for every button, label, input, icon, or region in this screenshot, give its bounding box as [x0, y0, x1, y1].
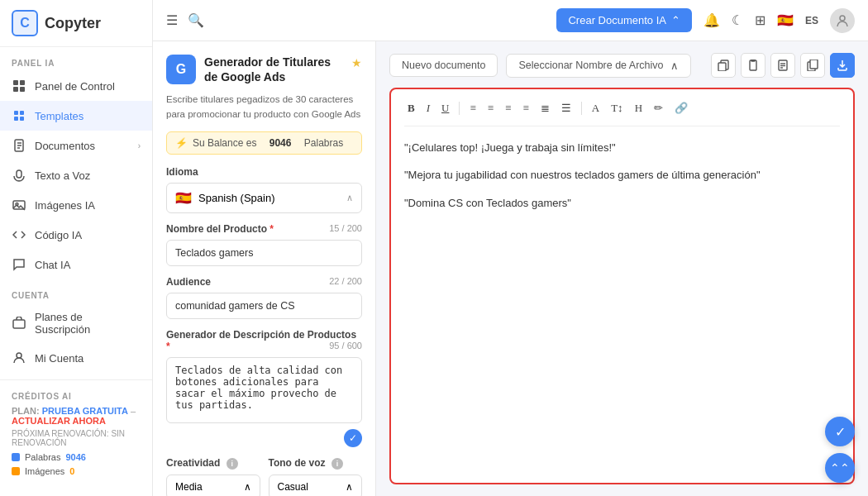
sidebar-item-templates[interactable]: Templates	[0, 101, 152, 131]
creatividad-select[interactable]: Media ∧	[166, 475, 260, 496]
audience-input[interactable]	[166, 293, 362, 319]
font-color-button[interactable]: A	[589, 99, 603, 117]
palabras-dot	[12, 453, 20, 461]
check-circle-icon[interactable]: ✓	[344, 429, 362, 447]
underline-button[interactable]: U	[438, 99, 452, 117]
audience-group: Audience 22 / 200	[166, 276, 362, 319]
main: ☰ 🔍 Crear Documento IA ⌃ 🔔 ☾ ⊞ 🇪🇸 ES G	[153, 0, 868, 496]
nuevo-documento-tab[interactable]: Nuevo documento	[389, 54, 498, 77]
imagenes-value: 0	[69, 466, 74, 476]
check-row: ✓	[166, 429, 362, 447]
plan-upgrade[interactable]: ACTUALIZAR AHORA	[12, 416, 106, 426]
bullet-list-button[interactable]: ☰	[558, 99, 575, 117]
sidebar-item-templates-label: Templates	[35, 110, 83, 122]
fmt-sep-2	[581, 102, 582, 115]
numbered-list-button[interactable]: ≣	[537, 99, 553, 117]
export-icon-btn[interactable]	[830, 53, 855, 78]
chat-icon	[12, 257, 26, 272]
bolt-icon: ⚡	[175, 137, 188, 149]
tono-select[interactable]: Casual ∧	[269, 475, 363, 496]
svg-rect-16	[13, 320, 25, 328]
fab-check-button[interactable]: ✓	[825, 417, 855, 446]
topbar-left: ☰ 🔍	[166, 12, 204, 28]
hamburger-icon[interactable]: ☰	[166, 12, 178, 28]
sidebar-item-documentos-label: Documentos	[35, 140, 95, 152]
sidebar-item-codigo-ia-label: Código IA	[35, 229, 82, 241]
tono-label: Tono de voz i	[269, 457, 363, 470]
right-panel: Nuevo documento Seleccionar Nombre de Ar…	[376, 41, 868, 496]
align-left-button[interactable]: ≡	[466, 99, 479, 117]
balance-bar: ⚡ Su Balance es 9046 Palabras	[166, 131, 362, 155]
sidebar-item-texto-voz[interactable]: Texto a Voz	[0, 160, 152, 190]
topbar-right: Crear Documento IA ⌃ 🔔 ☾ ⊞ 🇪🇸 ES	[556, 8, 855, 33]
descripcion-textarea[interactable]: Teclados de alta calidad con botones adi…	[166, 357, 362, 423]
sidebar-item-panel-control-label: Panel de Control	[35, 80, 115, 93]
idioma-label: Idioma	[166, 166, 362, 178]
moon-icon[interactable]: ☾	[732, 12, 743, 28]
topbar: ☰ 🔍 Crear Documento IA ⌃ 🔔 ☾ ⊞ 🇪🇸 ES	[153, 0, 868, 41]
idioma-group: Idioma 🇪🇸 Spanish (Spain) ∧	[166, 166, 362, 213]
bell-icon[interactable]: 🔔	[703, 12, 720, 28]
logo-box: C	[12, 10, 38, 36]
italic-button[interactable]: I	[423, 99, 433, 117]
paste-icon-btn[interactable]	[741, 53, 765, 78]
grid-topbar-icon[interactable]: ⊞	[755, 12, 765, 28]
heading-button[interactable]: H	[632, 99, 646, 117]
create-doc-label: Crear Documento IA	[568, 14, 666, 26]
editor-content: "¡Celulares top! ¡Juega y trabaja sin lí…	[404, 138, 840, 212]
plan-free: PRUEBA GRATUITA	[42, 406, 128, 416]
pen-button[interactable]: ✏	[651, 99, 666, 117]
create-doc-button[interactable]: Crear Documento IA ⌃	[556, 8, 692, 32]
svg-rect-21	[751, 60, 755, 61]
sidebar-item-chat-ia[interactable]: Chat IA	[0, 250, 152, 279]
sidebar-item-planes-label: Planes de Suscripción	[35, 311, 141, 336]
image-icon	[12, 198, 26, 212]
creatividad-tono-row: Creatividad i Media ∧ Tono de voz i Casu…	[166, 457, 362, 496]
audience-label: Audience 22 / 200	[166, 276, 362, 288]
editor-box[interactable]: B I U ≡ ≡ ≡ ≡ ≣ ☰ A T↕ H ✏ 🔗	[389, 88, 855, 484]
select-archivo-button[interactable]: Seleccionar Nombre de Archivo ∧	[506, 54, 690, 78]
svg-rect-19	[718, 63, 726, 71]
pages-icon-btn[interactable]	[800, 53, 825, 78]
align-justify-button[interactable]: ≡	[519, 99, 532, 117]
svg-rect-3	[20, 87, 25, 92]
link-button[interactable]: 🔗	[671, 99, 691, 117]
caret-up-icon: ⌃	[671, 14, 680, 26]
bold-button[interactable]: B	[404, 99, 418, 117]
generator-desc: Escribe titulares pegadizos de 30 caract…	[166, 93, 362, 122]
sidebar-item-imagenes-ia[interactable]: Imágenes IA	[0, 190, 152, 220]
doc-icon-btn[interactable]	[770, 53, 795, 78]
plan-sep: –	[131, 406, 136, 416]
producto-input[interactable]	[166, 240, 362, 266]
creatividad-label: Creatividad i	[166, 457, 260, 470]
svg-rect-20	[750, 60, 756, 70]
grid-icon	[12, 79, 26, 93]
logo-letter: C	[20, 16, 30, 31]
avatar[interactable]	[830, 8, 855, 33]
sidebar-item-mi-cuenta[interactable]: Mi Cuenta	[0, 343, 152, 373]
descripcion-group: Generador de Descripción de Productos * …	[166, 329, 362, 447]
select-archivo-label: Seleccionar Nombre de Archivo	[518, 60, 663, 71]
search-icon[interactable]: 🔍	[188, 12, 204, 28]
font-size-button[interactable]: T↕	[608, 99, 626, 117]
idioma-select[interactable]: 🇪🇸 Spanish (Spain) ∧	[166, 183, 362, 213]
sidebar-header: C Copyter	[0, 0, 152, 47]
tono-info-icon[interactable]: i	[331, 458, 343, 470]
star-icon[interactable]: ★	[351, 56, 362, 69]
creatividad-group: Creatividad i Media ∧	[166, 457, 260, 496]
creatividad-info-icon[interactable]: i	[227, 458, 238, 470]
sidebar-item-codigo-ia[interactable]: Código IA	[0, 220, 152, 250]
editor-topbar: Nuevo documento Seleccionar Nombre de Ar…	[389, 53, 855, 78]
audio-icon	[12, 168, 26, 183]
svg-rect-27	[810, 60, 818, 69]
copy-icon-btn[interactable]	[711, 53, 736, 78]
fab-up-button[interactable]: ⌃⌃	[825, 453, 855, 483]
align-right-button[interactable]: ≡	[502, 99, 514, 117]
align-center-button[interactable]: ≡	[484, 99, 497, 117]
balance-unit: Palabras	[304, 137, 343, 149]
code-icon	[12, 227, 26, 242]
sidebar-item-panel-control[interactable]: Panel de Control	[0, 71, 152, 101]
svg-rect-1	[20, 80, 25, 85]
sidebar-item-documentos[interactable]: Documentos ›	[0, 131, 152, 160]
sidebar-item-planes[interactable]: Planes de Suscripción	[0, 303, 152, 343]
